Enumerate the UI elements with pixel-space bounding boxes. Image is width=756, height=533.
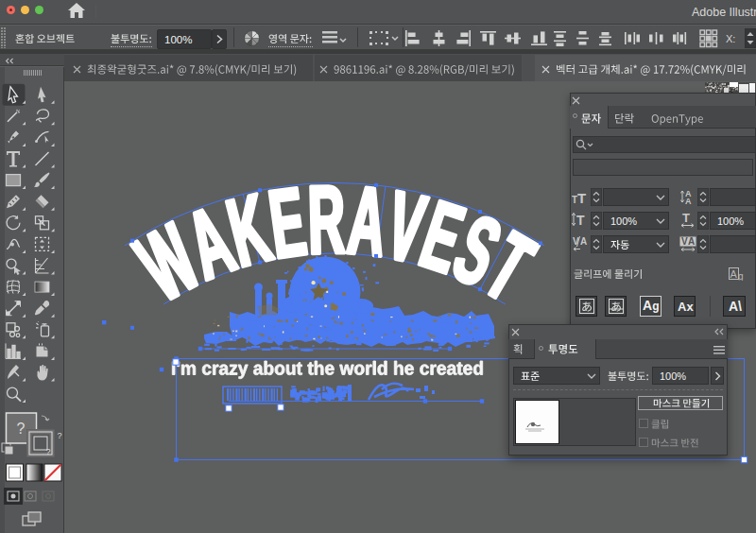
svg-text:A: A: [688, 236, 695, 247]
svg-text:?: ?: [57, 431, 61, 440]
svg-text:T: T: [576, 213, 585, 227]
svg-text:T: T: [577, 191, 586, 204]
svg-text:A: A: [685, 197, 692, 205]
svg-text:?: ?: [45, 447, 50, 456]
svg-text:T: T: [682, 212, 690, 225]
svg-text:A: A: [730, 268, 738, 280]
svg-text:?: ?: [17, 421, 26, 437]
svg-text:A: A: [580, 236, 587, 247]
svg-text:V: V: [681, 236, 688, 247]
svg-text:g: g: [738, 271, 744, 281]
